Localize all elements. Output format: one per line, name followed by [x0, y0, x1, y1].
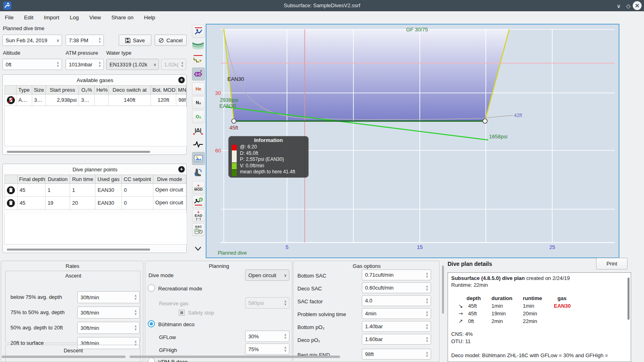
close-icon[interactable]: ✕ — [633, 1, 642, 10]
photos-icon[interactable] — [192, 152, 205, 165]
used-gas-cell[interactable]: EAN30 — [95, 197, 122, 210]
run-time-cell[interactable]: 20 — [70, 197, 95, 210]
problem-solving-time-spinbox[interactable]: 4min ∧∨ — [362, 308, 431, 319]
dive-mode-combo[interactable]: Open circuit ∨ — [245, 269, 289, 281]
ead-icon[interactable]: + EAD (···) — [192, 209, 205, 222]
spin-buttons[interactable]: ∧∨ — [132, 325, 139, 331]
dc-ceiling-icon[interactable] — [192, 68, 205, 80]
toggle-he-icon[interactable]: He — [192, 82, 205, 95]
gas-start-press-cell[interactable]: 2,938psi — [46, 95, 79, 106]
cc-setpoint-cell[interactable]: 0 — [122, 197, 153, 210]
profile-diver-icon[interactable] — [192, 25, 205, 38]
ndl-diver-icon[interactable] — [192, 195, 205, 208]
bottom-hscrollbar-left[interactable] — [2, 356, 126, 358]
spin-buttons[interactable]: ∧∨ — [54, 62, 62, 67]
spin-buttons[interactable]: ∧∨ — [423, 272, 431, 278]
atm-pressure-spinbox[interactable]: 1013mbar ∧∨ — [66, 59, 104, 70]
spin-buttons[interactable]: ∧∨ — [423, 311, 431, 317]
spin-buttons[interactable]: ∧∨ — [132, 294, 139, 300]
sac-icon[interactable]: SAC — [192, 223, 205, 236]
cancel-button[interactable]: Cancel — [155, 35, 187, 46]
minimize-icon[interactable]: ∨ — [614, 2, 623, 10]
spin-buttons[interactable]: ∧∨ — [96, 37, 103, 43]
add-gas-button[interactable]: + — [178, 77, 185, 83]
dive-plan-text-box[interactable]: Subsurface (4.8.5.0) dive plan created o… — [448, 272, 631, 362]
toolbar-scroll-down-icon[interactable] — [194, 245, 202, 252]
final-depth-cell[interactable]: 45 — [17, 184, 45, 197]
bottom-po2-spinbox[interactable]: 1.40bar ∧∨ — [362, 321, 431, 332]
heart-rate-icon[interactable] — [192, 138, 204, 150]
chevron-down-icon[interactable]: ∨ — [54, 38, 62, 43]
ascent-rate-spinbox[interactable]: 30ft/min ∧∨ — [77, 291, 140, 303]
maximize-icon[interactable]: ◇ — [624, 2, 633, 10]
dive-mode-cell[interactable]: Open circuit — [153, 184, 186, 197]
save-button[interactable]: Save — [119, 35, 151, 46]
spin-buttons[interactable]: ∧∨ — [132, 310, 139, 315]
spin-buttons[interactable]: ∧∨ — [282, 333, 289, 339]
menu-view[interactable]: View — [89, 14, 101, 21]
buhlmann-deco-radio[interactable] — [148, 320, 155, 327]
used-gas-cell[interactable]: EAN30 — [95, 184, 122, 197]
ascent-rate-spinbox[interactable]: 30ft/min ∧∨ — [77, 322, 140, 334]
details-vscrollbar[interactable] — [442, 265, 444, 314]
dive-time-spinbox[interactable]: 7:38 PM ∧∨ — [66, 35, 104, 46]
toggle-n2-icon[interactable]: N₂ — [192, 96, 205, 109]
deco-sac-spinbox[interactable]: 0.60cuft/min ∧∨ — [362, 282, 431, 293]
gas-mnd-cell[interactable]: 98f — [176, 95, 186, 106]
menu-log[interactable]: Log — [70, 14, 79, 21]
menu-share-on[interactable]: Share on — [111, 14, 134, 21]
ceiling-icon[interactable] — [192, 53, 204, 66]
gas-bot-mod-cell[interactable]: 120ft — [151, 95, 176, 106]
ascent-rate-spinbox[interactable]: 30ft/min ∧∨ — [77, 306, 140, 319]
spin-buttons[interactable]: ∧∨ — [423, 285, 431, 291]
trash-disabled-icon[interactable] — [7, 96, 15, 104]
planner-point-handle[interactable] — [232, 119, 236, 123]
trash-icon[interactable] — [7, 199, 15, 207]
sac-factor-spinbox[interactable]: 4.0 ∧∨ — [362, 295, 431, 306]
menu-import[interactable]: Import — [44, 14, 59, 21]
duration-cell[interactable]: 1 — [45, 184, 70, 197]
print-button[interactable]: Print — [596, 258, 627, 269]
menu-file[interactable]: File — [5, 14, 14, 21]
spin-buttons[interactable]: ∧∨ — [423, 337, 431, 342]
duration-cell[interactable]: 19 — [45, 197, 70, 210]
spin-buttons[interactable]: ∧∨ — [282, 346, 289, 352]
menu-help[interactable]: Help — [144, 14, 155, 21]
add-point-button[interactable]: + — [178, 166, 185, 173]
menu-edit[interactable]: Edit — [24, 14, 33, 21]
delete-point-cell[interactable] — [5, 184, 18, 197]
chevron-down-icon[interactable]: ∨ — [282, 273, 289, 278]
run-time-cell[interactable]: 1 — [70, 184, 95, 197]
spin-buttons[interactable]: ∧∨ — [423, 352, 431, 357]
dive-profile-chart[interactable]: GF 30/75 EAN30 2938psi EAN30 1658psi 45f… — [206, 24, 619, 258]
vpmb-deco-radio[interactable] — [148, 358, 155, 362]
bottom-sac-spinbox[interactable]: 0.71cuft/min ∧∨ — [362, 269, 431, 280]
plan-text-vscrollbar[interactable] — [627, 278, 630, 320]
best-mix-end-spinbox[interactable]: 98ft ∧∨ — [362, 349, 431, 360]
gas-size-cell[interactable]: 3… — [32, 95, 46, 106]
gas-he-cell[interactable] — [95, 95, 109, 106]
waves-icon[interactable] — [192, 39, 204, 51]
recreational-mode-radio[interactable] — [148, 284, 155, 292]
gases-hscrollbar[interactable] — [7, 151, 150, 153]
gflow-spinbox[interactable]: 30% ∧∨ — [245, 331, 289, 342]
altitude-spinbox[interactable]: 0ft ∧∨ — [2, 59, 62, 70]
gas-type-cell[interactable]: A… — [16, 95, 32, 106]
dive-date-combo[interactable]: Sun Feb 24, 2019 ∨ — [2, 35, 62, 46]
delete-point-cell[interactable] — [5, 197, 18, 210]
chevron-down-icon[interactable]: ∨ — [151, 62, 159, 67]
dive-mode-cell[interactable]: Open circuit — [153, 197, 186, 210]
points-hscrollbar[interactable] — [7, 249, 150, 251]
mod-icon[interactable]: + MOD — [192, 181, 205, 194]
cc-setpoint-cell[interactable]: 0 — [122, 184, 153, 197]
tissue-delta-icon[interactable]: |Δ| — [192, 124, 204, 136]
gas-deco-switch-cell[interactable]: 140ft — [109, 95, 151, 106]
planner-point-handle[interactable] — [483, 119, 487, 123]
gfhigh-spinbox[interactable]: 75% ∧∨ — [245, 343, 289, 355]
delete-gas-cell[interactable] — [5, 95, 17, 106]
toggle-o2-icon[interactable]: O₂ — [192, 110, 205, 123]
trash-icon[interactable] — [7, 186, 15, 194]
bottom-hscrollbar-middle[interactable] — [130, 356, 340, 358]
spin-buttons[interactable]: ∧∨ — [423, 298, 431, 304]
water-type-combo[interactable]: EN13319 (1.02k ∨ — [106, 59, 159, 70]
